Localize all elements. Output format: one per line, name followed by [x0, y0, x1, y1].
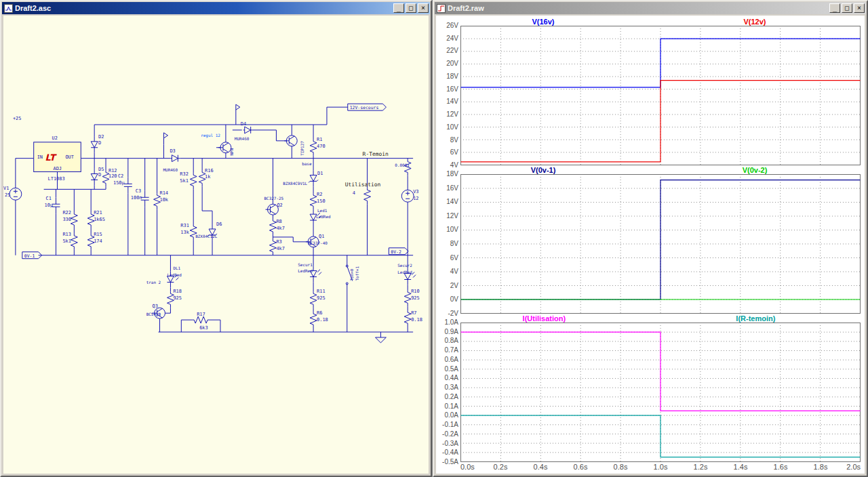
schematic-text: D2: [98, 134, 104, 140]
schematic-text: 150µ: [113, 180, 125, 186]
diaV-symbol: [91, 169, 98, 186]
schematic-text: C2: [118, 173, 123, 179]
x-tick-label: 1.2s: [694, 463, 708, 471]
res-symbol: [310, 140, 317, 156]
trace-V(12v)[interactable]: [461, 81, 861, 162]
y-tick-label: 12V: [446, 111, 458, 118]
minimize-button[interactable]: _: [393, 3, 404, 13]
svg-text:0V-2: 0V-2: [391, 249, 401, 255]
trace-V(0v-1)[interactable]: [461, 180, 861, 299]
close-button[interactable]: ×: [854, 3, 865, 13]
y-tick-label: 10V: [446, 226, 458, 233]
schematic-text: R2: [317, 192, 322, 197]
plot-area[interactable]: [460, 26, 861, 165]
y-tick-label: 0.4A: [444, 375, 458, 381]
trace-label[interactable]: V(16v): [532, 18, 554, 26]
trace-label[interactable]: I(R-temoin): [736, 314, 775, 323]
y-tick-label: 2V: [450, 283, 458, 289]
y-tick-label: 18V: [446, 73, 458, 80]
trace-I(R-temoin)[interactable]: [461, 415, 861, 457]
schematic-text: BC327-25: [264, 196, 284, 201]
trace-label[interactable]: V(0v-2): [743, 166, 768, 174]
x-tick-label: 1.8s: [814, 463, 828, 471]
schematic-text: ADJ: [54, 166, 62, 171]
x-tick-label: 0.0s: [460, 463, 475, 471]
schematic-text: Secur1: [298, 262, 313, 267]
schematic-text: 925: [173, 295, 182, 301]
schematic-text: TIP127: [300, 141, 304, 156]
y-tick-label: 4V: [450, 268, 458, 275]
schematic-app-icon: [3, 4, 13, 13]
titlebar-schematic[interactable]: Draft2.asc _ □ ×: [2, 2, 430, 14]
gnd-symbol: [376, 337, 387, 343]
res-symbol: [364, 188, 371, 204]
schematic-text: 150: [317, 199, 326, 204]
y-tick-label: 0.6A: [444, 356, 458, 363]
y-tick-label: 10V: [446, 124, 458, 131]
schematic-text: R-Temoin: [363, 151, 389, 157]
y-tick-label: -0.1A: [442, 421, 458, 428]
schematic-text: Q3: [153, 304, 158, 309]
schematic-text: 1k65: [94, 217, 105, 222]
y-tick-label: 6V: [450, 255, 458, 262]
diaV-symbol: [91, 137, 98, 153]
res-symbol: [190, 173, 197, 190]
y-tick-label: 8V: [450, 137, 458, 144]
trace-label[interactable]: V(0v-1): [531, 166, 556, 174]
schematic-text: 4k7: [276, 246, 285, 251]
schematic-text: LT1083: [48, 176, 65, 182]
waveform-pane-voltages-2: V(0v-1)V(0v-2) 18V16V14V12V10V8V6V4V2V0V…: [437, 165, 861, 314]
schematic-text: C1: [46, 196, 52, 201]
schematic-text: 12: [413, 196, 418, 201]
minimize-button[interactable]: _: [829, 3, 840, 13]
schematic-text: R15: [94, 232, 102, 237]
plot-area[interactable]: [460, 174, 861, 314]
schematic-text: D: [98, 140, 101, 146]
y-tick-label: 0.3A: [444, 384, 458, 391]
res-symbol: [404, 310, 411, 327]
schematic-area[interactable]: LT12V-secours0V-10V-2+25V125U2INOUTADJLT…: [3, 16, 429, 474]
close-button[interactable]: ×: [418, 3, 429, 13]
schematic-text: 13k: [180, 230, 189, 235]
schematic-text: R21: [94, 210, 102, 215]
schematic-text: LedRed: [316, 214, 331, 219]
y-tick-label: 14V: [446, 98, 458, 105]
x-tick-label: 1.0s: [654, 463, 668, 471]
y-tick-label: 0V: [450, 296, 458, 303]
cap-symbol: [124, 177, 132, 193]
schematic-text: 100n: [131, 195, 142, 201]
y-tick-label: 0.8A: [444, 337, 458, 344]
schematic-text: IN: [37, 154, 43, 160]
y-axis-labels: 1.0A0.9A0.8A0.7A0.6A0.5A0.4A0.3A0.2A0.1A…: [437, 323, 460, 462]
schematic-text: 174: [94, 239, 102, 244]
trace-label[interactable]: V(12v): [743, 18, 766, 26]
res-symbol: [71, 212, 77, 228]
ant-symbol: [163, 133, 167, 145]
res-symbol: [71, 234, 77, 250]
schematic-text: C3: [136, 188, 141, 194]
maximize-button[interactable]: □: [842, 3, 852, 13]
svg-text:12V-secours: 12V-secours: [350, 105, 379, 110]
trace-label[interactable]: I(Utilisation): [523, 314, 566, 323]
y-tick-label: 0.5A: [444, 366, 458, 373]
x-tick-label: 0.8s: [614, 463, 628, 471]
x-tick-label: 1.6s: [774, 463, 788, 471]
schematic-canvas[interactable]: LT12V-secours0V-10V-2+25V125U2INOUTADJLT…: [3, 16, 429, 474]
trace-I(Utilisation)[interactable]: [461, 332, 861, 411]
titlebar-waveform[interactable]: Draft2.raw _ □ ×: [435, 2, 866, 14]
y-tick-label: -0.4A: [442, 449, 458, 456]
schematic-text: BZX84C9V1L: [283, 181, 307, 186]
y-tick-label: 0.2A: [444, 394, 458, 400]
y-tick-label: 6V: [450, 149, 458, 156]
x-tick-label: 0.2s: [494, 463, 508, 471]
schematic-text: U2: [52, 136, 58, 141]
trace-labels: V(0v-1)V(0v-2): [437, 165, 861, 174]
schematic-window: Draft2.asc _ □ × LT12V-secours0V-10V-2+2…: [0, 0, 432, 477]
res-symbol: [404, 290, 411, 306]
schematic-text: 925: [411, 295, 420, 301]
maximize-button[interactable]: □: [406, 3, 416, 13]
y-tick-label: 0.1A: [444, 403, 458, 410]
schematic-text: R16: [205, 168, 214, 173]
waveform-window: Draft2.raw _ □ × V(16v)V(12v) 26V24V22V2…: [433, 0, 868, 477]
plot-area[interactable]: [460, 323, 861, 462]
